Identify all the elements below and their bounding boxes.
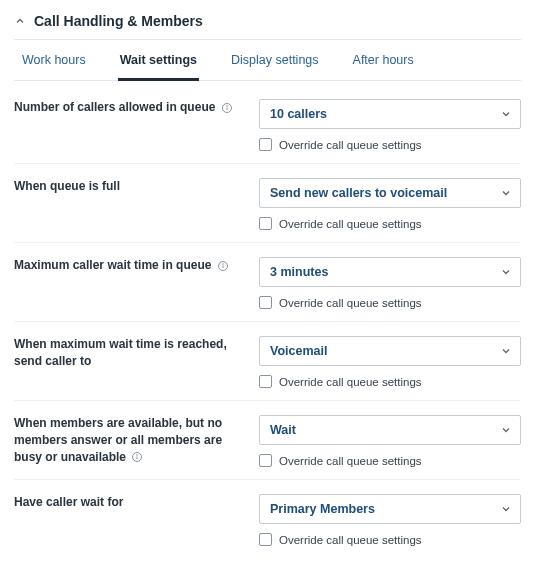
- label-text: Number of callers allowed in queue: [14, 100, 215, 114]
- override-max-wait-time[interactable]: Override call queue settings: [259, 296, 521, 309]
- select-caller-wait-for[interactable]: Primary Members: [259, 494, 521, 524]
- checkbox[interactable]: [259, 296, 272, 309]
- chevron-down-icon: [500, 424, 512, 436]
- select-value: Wait: [270, 423, 296, 437]
- label-callers-allowed: Number of callers allowed in queue: [14, 99, 259, 116]
- panel-header[interactable]: Call Handling & Members: [14, 0, 521, 39]
- select-value: Primary Members: [270, 502, 375, 516]
- control-col: 3 minutes Override call queue settings: [259, 257, 521, 309]
- chevron-down-icon: [500, 503, 512, 515]
- info-icon[interactable]: [217, 260, 229, 272]
- label-queue-full: When queue is full: [14, 178, 259, 195]
- settings-rows: Number of callers allowed in queue 10 ca…: [14, 81, 521, 558]
- control-col: Send new callers to voicemail Override c…: [259, 178, 521, 230]
- chevron-down-icon: [500, 187, 512, 199]
- control-col: Primary Members Override call queue sett…: [259, 494, 521, 546]
- row-callers-allowed: Number of callers allowed in queue 10 ca…: [14, 85, 521, 164]
- label-caller-wait-for: Have caller wait for: [14, 494, 259, 511]
- row-members-available: When members are available, but no membe…: [14, 401, 521, 480]
- control-col: 10 callers Override call queue settings: [259, 99, 521, 151]
- select-value: 3 minutes: [270, 265, 328, 279]
- tab-wait-settings[interactable]: Wait settings: [118, 40, 199, 81]
- select-queue-full[interactable]: Send new callers to voicemail: [259, 178, 521, 208]
- override-wait-time-reached[interactable]: Override call queue settings: [259, 375, 521, 388]
- panel-title: Call Handling & Members: [34, 13, 203, 29]
- select-value: Voicemail: [270, 344, 327, 358]
- call-handling-panel: Call Handling & Members Work hours Wait …: [0, 0, 535, 579]
- label-wait-time-reached: When maximum wait time is reached, send …: [14, 336, 259, 370]
- svg-point-2: [226, 106, 227, 107]
- select-value: Send new callers to voicemail: [270, 186, 447, 200]
- select-wait-time-reached[interactable]: Voicemail: [259, 336, 521, 366]
- override-members-available[interactable]: Override call queue settings: [259, 454, 521, 467]
- label-members-available: When members are available, but no membe…: [14, 415, 259, 465]
- control-col: Voicemail Override call queue settings: [259, 336, 521, 388]
- override-label: Override call queue settings: [279, 455, 422, 467]
- override-label: Override call queue settings: [279, 376, 422, 388]
- info-icon[interactable]: [221, 102, 233, 114]
- row-queue-full: When queue is full Send new callers to v…: [14, 164, 521, 243]
- row-wait-time-reached: When maximum wait time is reached, send …: [14, 322, 521, 401]
- collapse-icon: [14, 15, 26, 27]
- select-max-wait-time[interactable]: 3 minutes: [259, 257, 521, 287]
- tab-work-hours[interactable]: Work hours: [20, 40, 88, 81]
- override-label: Override call queue settings: [279, 297, 422, 309]
- tab-display-settings[interactable]: Display settings: [229, 40, 321, 81]
- row-caller-wait-for: Have caller wait for Primary Members Ove…: [14, 480, 521, 558]
- override-label: Override call queue settings: [279, 534, 422, 546]
- chevron-down-icon: [500, 108, 512, 120]
- checkbox[interactable]: [259, 533, 272, 546]
- label-text: When members are available, but no membe…: [14, 416, 222, 464]
- select-members-available[interactable]: Wait: [259, 415, 521, 445]
- checkbox[interactable]: [259, 375, 272, 388]
- override-label: Override call queue settings: [279, 139, 422, 151]
- svg-point-5: [222, 264, 223, 265]
- label-text: Have caller wait for: [14, 495, 123, 509]
- label-text: Maximum caller wait time in queue: [14, 258, 211, 272]
- checkbox[interactable]: [259, 217, 272, 230]
- select-callers-allowed[interactable]: 10 callers: [259, 99, 521, 129]
- svg-point-8: [137, 455, 138, 456]
- label-text: When queue is full: [14, 179, 120, 193]
- select-value: 10 callers: [270, 107, 327, 121]
- tab-bar: Work hours Wait settings Display setting…: [14, 39, 521, 81]
- row-max-wait-time: Maximum caller wait time in queue 3 minu…: [14, 243, 521, 322]
- override-queue-full[interactable]: Override call queue settings: [259, 217, 521, 230]
- info-icon[interactable]: [131, 451, 143, 463]
- checkbox[interactable]: [259, 454, 272, 467]
- label-text: When maximum wait time is reached, send …: [14, 337, 227, 368]
- override-callers-allowed[interactable]: Override call queue settings: [259, 138, 521, 151]
- control-col: Wait Override call queue settings: [259, 415, 521, 467]
- tab-after-hours[interactable]: After hours: [351, 40, 416, 81]
- checkbox[interactable]: [259, 138, 272, 151]
- chevron-down-icon: [500, 266, 512, 278]
- override-label: Override call queue settings: [279, 218, 422, 230]
- label-max-wait-time: Maximum caller wait time in queue: [14, 257, 259, 274]
- override-caller-wait-for[interactable]: Override call queue settings: [259, 533, 521, 546]
- chevron-down-icon: [500, 345, 512, 357]
